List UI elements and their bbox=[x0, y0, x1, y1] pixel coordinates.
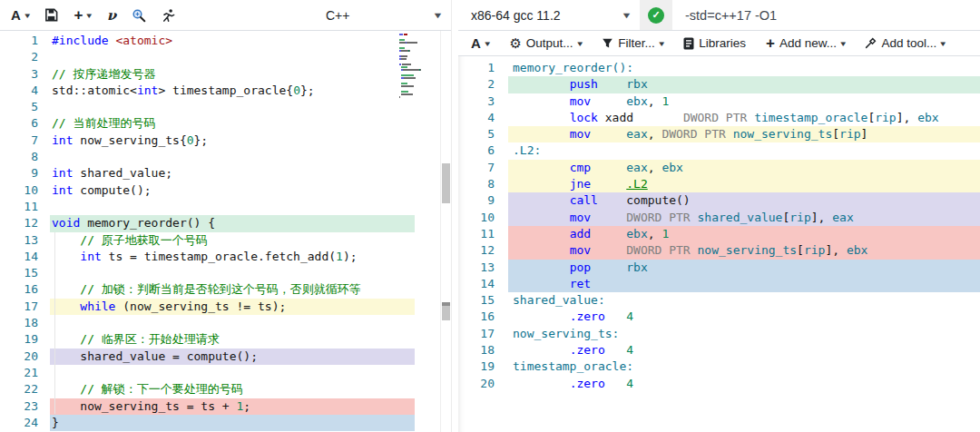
code-token: ], bbox=[897, 111, 917, 124]
source-code-line[interactable]: int compute(); bbox=[50, 182, 415, 199]
source-code-line[interactable] bbox=[50, 99, 415, 115]
output-button[interactable]: ⚙ Output... ▾ bbox=[509, 36, 582, 50]
code-token: .zero bbox=[570, 309, 605, 323]
chevron-down-icon: ▾ bbox=[941, 39, 946, 48]
source-code-line[interactable]: // 原子地获取一个号码 bbox=[50, 232, 415, 249]
line-number: 3 bbox=[458, 93, 495, 110]
code-token bbox=[52, 250, 80, 263]
asm-code-line[interactable]: mov DWORD PTR shared_value[rip], eax bbox=[508, 210, 980, 226]
asm-code-line[interactable]: shared_value: bbox=[508, 292, 980, 309]
zoom-button[interactable] bbox=[132, 8, 146, 23]
source-code-line[interactable]: int ts = timestamp_oracle.fetch_add(1); bbox=[50, 249, 415, 265]
asm-code-line[interactable]: add ebx, 1 bbox=[508, 226, 980, 242]
source-code-line[interactable]: while (now_serving_ts != ts); bbox=[50, 299, 415, 315]
code-token: int bbox=[52, 166, 73, 180]
asm-code-line[interactable]: push rbx bbox=[508, 76, 980, 93]
source-code-line[interactable] bbox=[50, 265, 415, 281]
line-number: 1 bbox=[0, 33, 38, 49]
source-code-line[interactable]: now_serving_ts = ts + 1; bbox=[50, 398, 415, 415]
asm-font-size-button[interactable]: A ▾ bbox=[471, 35, 489, 51]
asm-label-link[interactable]: .L2 bbox=[626, 177, 647, 191]
source-code-line[interactable] bbox=[50, 315, 415, 331]
asm-code-line[interactable]: call compute() bbox=[508, 192, 980, 209]
code-token: now_serving_ts: bbox=[513, 327, 619, 340]
source-code-line[interactable] bbox=[50, 365, 415, 381]
asm-code-line[interactable]: .zero 4 bbox=[508, 309, 980, 325]
source-code-line[interactable]: } bbox=[50, 415, 415, 431]
add-tool-button[interactable]: Add tool... ▾ bbox=[865, 36, 945, 50]
source-code-line[interactable]: #include <atomic> bbox=[50, 33, 415, 49]
source-code-line[interactable]: int shared_value; bbox=[50, 165, 415, 182]
code-token: pop bbox=[570, 260, 591, 274]
line-number: 10 bbox=[458, 210, 495, 226]
chevron-down-icon: ▼ bbox=[621, 11, 632, 20]
code-token: [ bbox=[832, 127, 839, 141]
asm-code-line[interactable]: mov eax, DWORD PTR now_serving_ts[rip] bbox=[508, 126, 980, 142]
source-code-line[interactable]: // 解锁：下一个要处理的号码 bbox=[50, 381, 415, 398]
source-code-line[interactable]: // 当前处理的号码 bbox=[50, 115, 415, 132]
asm-code-line[interactable]: mov ebx, 1 bbox=[508, 93, 980, 110]
line-number: 16 bbox=[458, 309, 495, 325]
code-token: DWORD PTR bbox=[626, 243, 697, 257]
asm-output-editor[interactable]: 1234567891011121314151617181920 memory_r… bbox=[458, 56, 980, 432]
compiler-select[interactable]: x86-64 gcc 11.2 ▼ bbox=[458, 0, 640, 30]
code-token: 4 bbox=[626, 343, 633, 357]
code-token: rip bbox=[789, 211, 810, 224]
asm-code-line[interactable]: cmp eax, ebx bbox=[508, 160, 980, 176]
asm-code-line[interactable]: ret bbox=[508, 276, 980, 292]
source-code-line[interactable]: void memory_reorder() { bbox=[50, 215, 415, 231]
asm-code-line[interactable]: mov DWORD PTR now_serving_ts[rip], ebx bbox=[508, 242, 980, 259]
source-code-lines: #include <atomic>// 按序递增发号器std::atomic<i… bbox=[50, 31, 415, 431]
asm-code-line[interactable]: memory_reorder(): bbox=[508, 60, 980, 76]
code-token: rip bbox=[875, 111, 896, 124]
asm-code-line[interactable]: timestamp_oracle: bbox=[508, 358, 980, 375]
source-code-line[interactable]: shared_value = compute(); bbox=[50, 349, 415, 365]
add-pane-button[interactable]: + ▾ bbox=[74, 7, 91, 23]
libraries-button[interactable]: Libraries bbox=[683, 36, 746, 50]
line-number: 17 bbox=[458, 326, 495, 342]
asm-code-line[interactable]: now_serving_ts: bbox=[508, 326, 980, 342]
code-token: ebx bbox=[917, 111, 938, 124]
code-token: } bbox=[52, 416, 59, 429]
filter-button-label: Filter... bbox=[618, 36, 655, 50]
source-code-line[interactable]: // 加锁：判断当前是否轮到这个号码，否则就循环等 bbox=[50, 281, 415, 298]
code-token bbox=[513, 343, 570, 357]
asm-code-line[interactable]: pop rbx bbox=[508, 260, 980, 276]
asm-code-line[interactable]: .L2: bbox=[508, 142, 980, 159]
source-code-line[interactable] bbox=[50, 199, 415, 215]
save-button[interactable] bbox=[44, 8, 58, 22]
source-code-line[interactable]: std::atomic<int> timestamp_oracle{0}; bbox=[50, 83, 415, 99]
code-token: call bbox=[570, 193, 598, 207]
asm-code-line[interactable]: lock xadd DWORD PTR timestamp_oracle[rip… bbox=[508, 110, 980, 126]
source-code-line[interactable] bbox=[50, 149, 415, 165]
asm-code-line[interactable]: jne .L2 bbox=[508, 176, 980, 192]
line-number: 4 bbox=[0, 83, 38, 99]
filter-button[interactable]: Filter... ▾ bbox=[602, 36, 663, 50]
code-token: ts = timestamp_oracle.fetch_add( bbox=[102, 250, 336, 263]
source-code-line[interactable]: int now_serving_ts{0}; bbox=[50, 133, 415, 149]
code-token: <atomic> bbox=[115, 34, 172, 47]
minimap[interactable] bbox=[399, 34, 424, 106]
code-token: }; bbox=[194, 133, 209, 147]
vim-mode-button[interactable]: ν bbox=[107, 7, 116, 24]
language-select[interactable]: C++ ▼ bbox=[326, 0, 442, 31]
add-new-button[interactable]: + Add new... ▾ bbox=[766, 35, 846, 51]
code-token: eax bbox=[626, 127, 647, 141]
asm-code-line[interactable]: .zero 4 bbox=[508, 376, 980, 392]
source-code-editor[interactable]: 123456789101112131415161718192021222324 … bbox=[0, 31, 451, 432]
code-token bbox=[591, 227, 626, 241]
source-code-line[interactable]: // 临界区：开始处理请求 bbox=[50, 331, 415, 348]
source-code-line[interactable] bbox=[50, 49, 415, 65]
code-token: compute(); bbox=[73, 183, 151, 197]
compiler-options-input[interactable] bbox=[672, 0, 980, 30]
source-code-line[interactable]: // 按序递增发号器 bbox=[50, 66, 415, 83]
editor-scrollbar-thumb[interactable] bbox=[442, 163, 450, 203]
font-size-button[interactable]: A ▾ bbox=[11, 7, 29, 23]
shortcut-button[interactable] bbox=[162, 8, 175, 23]
splitter-handle[interactable] bbox=[442, 302, 450, 320]
compile-status[interactable]: ✓ bbox=[640, 0, 672, 30]
code-token bbox=[513, 94, 570, 108]
line-number: 22 bbox=[0, 381, 38, 398]
asm-code-line[interactable]: .zero 4 bbox=[508, 342, 980, 358]
line-number: 15 bbox=[0, 265, 38, 281]
